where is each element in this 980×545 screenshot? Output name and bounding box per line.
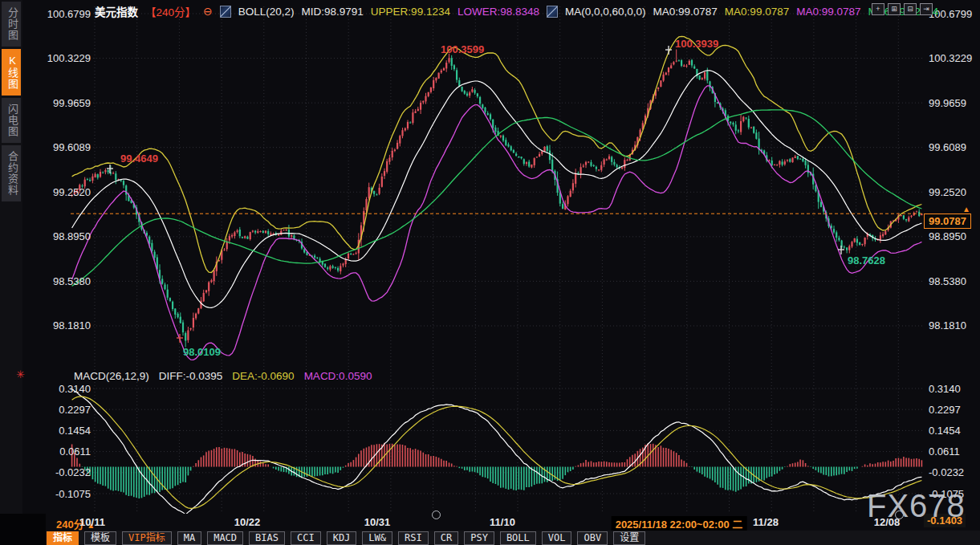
toolbar-button-CCI[interactable]: CCI (291, 531, 321, 545)
svg-text:99.9659: 99.9659 (53, 97, 91, 109)
shift-right-icon[interactable]: ⇥ (920, 3, 933, 15)
date-label: 10/31 (364, 516, 391, 528)
toolbar-button-MACD[interactable]: MACD (207, 531, 243, 545)
move-chart-icon[interactable]: + (872, 3, 884, 15)
svg-text:99.2520: 99.2520 (929, 186, 966, 198)
svg-text:98.1810: 98.1810 (53, 319, 91, 331)
svg-text:0.1454: 0.1454 (929, 425, 961, 437)
toolbar-button-CR[interactable]: CR (434, 531, 458, 545)
macd-dea-value: DEA:-0.0690 (232, 370, 294, 382)
svg-text:-0.0232: -0.0232 (929, 466, 964, 478)
toolbar-button-OBV[interactable]: OBV (577, 531, 608, 545)
svg-text:98.5380: 98.5380 (929, 275, 966, 287)
indicator-toolbar: 指标模板VIP指标MAMACDBIASCCIKDJLW&RSICRPSYBOLL… (0, 531, 980, 545)
date-label: 11/10 (490, 516, 515, 528)
ma0-magenta-value: MA0:99.0787 (796, 6, 860, 18)
price-annotation: 100.3939 (675, 38, 718, 50)
toolbar-button-VIP指标[interactable]: VIP指标 (122, 531, 172, 545)
svg-text:0.3140: 0.3140 (59, 383, 91, 395)
ma-chart-icon (547, 6, 558, 18)
chart-canvas[interactable]: 100.6799100.6799100.3229100.322999.96599… (0, 0, 980, 545)
price-annotation: 99.4649 (120, 153, 158, 165)
date-label: 10/11 (79, 516, 105, 528)
svg-text:0.0611: 0.0611 (929, 445, 960, 458)
svg-text:0.1454: 0.1454 (59, 425, 91, 437)
svg-text:0.2297: 0.2297 (929, 404, 961, 416)
svg-text:99.6089: 99.6089 (929, 141, 966, 153)
trading-app-window: 100.6799100.6799100.3229100.322999.96599… (0, 0, 980, 545)
boll-chart-icon (220, 6, 231, 18)
svg-text:-0.1075: -0.1075 (55, 488, 91, 500)
sidebar-tab-闪电图[interactable]: 闪电图 (2, 98, 21, 143)
toolbar-button-KDJ[interactable]: KDJ (327, 531, 357, 545)
sidebar-tab-K线图[interactable]: K线图 (2, 49, 21, 96)
toolbar-button-BIAS[interactable]: BIAS (249, 531, 285, 545)
macd-name: MACD(26,12,9) (74, 370, 149, 382)
svg-text:100.3229: 100.3229 (47, 52, 91, 64)
latest-price-tag: 99.0787 (924, 214, 971, 229)
sidebar: 分时图K线图闪电图合约资料 (0, 0, 22, 514)
toolbar-button-MA[interactable]: MA (177, 531, 201, 545)
sidebar-tab-分时图[interactable]: 分时图 (2, 2, 21, 47)
svg-text:100.6799: 100.6799 (47, 8, 91, 20)
fx678-watermark: FX678 (867, 488, 966, 524)
macd-header: MACD(26,12,9) DIFF:-0.0395 DEA:-0.0690 M… (74, 370, 372, 382)
svg-text:99.6089: 99.6089 (53, 141, 91, 153)
toolbar-button-模板[interactable]: 模板 (84, 531, 116, 545)
svg-text:0.2297: 0.2297 (59, 404, 91, 416)
toolbar-button-VOL[interactable]: VOL (542, 531, 572, 545)
toolbar-button-指标[interactable]: 指标 (47, 531, 79, 545)
svg-text:98.8950: 98.8950 (929, 230, 966, 242)
svg-text:98.1810: 98.1810 (929, 319, 966, 331)
date-label: 11/28 (753, 516, 779, 528)
footer-corner-block (0, 514, 46, 545)
splitter-handle-dot[interactable] (895, 510, 904, 519)
price-annotation: 98.0109 (183, 346, 221, 358)
ma0-white-value: MA0:99.0787 (653, 6, 718, 18)
chart-tool-icons: + ⊞ ⊟ ⇥ (872, 3, 933, 15)
toolbar-button-设置[interactable]: 设置 (613, 531, 645, 545)
scale-chart-icon[interactable]: ⊟ (904, 3, 917, 15)
symbol-name: 美元指数 (95, 3, 138, 19)
price-annotation: 98.7628 (848, 254, 885, 266)
svg-text:100.3229: 100.3229 (929, 52, 972, 64)
ma-group-label: MA(0,0,0,60,0,0) (565, 6, 646, 18)
macd-macd-value: MACD:0.0590 (304, 370, 372, 382)
splitter-handle-dot[interactable] (432, 510, 441, 519)
period-label: 【240分】 (145, 3, 196, 19)
chart-header: 美元指数 【240分】 ⊖ BOLL(20,2) MID:98.9791 UPP… (95, 3, 938, 19)
price-annotation: 100.3599 (441, 43, 484, 55)
sidebar-tab-合约资料[interactable]: 合约资料 (2, 145, 21, 201)
fit-chart-icon[interactable]: ⊞ (888, 3, 901, 15)
collapse-indicator-icon[interactable]: ⊖ (203, 5, 213, 18)
svg-text:98.5380: 98.5380 (53, 275, 91, 287)
svg-text:99.9659: 99.9659 (929, 97, 966, 109)
svg-text:98.8950: 98.8950 (53, 230, 91, 242)
boll-upper-value: UPPER:99.1234 (371, 6, 450, 18)
crosshair-date-label: 2025/11/18 22:00~02:00 二 (612, 516, 747, 531)
date-axis: 240分 ▲ 10/1110/2210/3111/102025/11/18 22… (0, 514, 980, 531)
toolbar-button-PSY[interactable]: PSY (464, 531, 494, 545)
svg-text:0.0611: 0.0611 (59, 445, 91, 458)
svg-text:99.2520: 99.2520 (53, 186, 91, 198)
boll-label: BOLL(20,2) (238, 6, 295, 18)
toolbar-button-LW&[interactable]: LW& (362, 531, 392, 545)
boll-mid-value: MID:98.9791 (302, 6, 364, 18)
ma0-yellow-value: MA0:99.0787 (725, 6, 789, 18)
toolbar-button-RSI[interactable]: RSI (398, 531, 429, 545)
macd-diff-value: DIFF:-0.0395 (159, 370, 223, 382)
boll-lower-value: LOWER:98.8348 (457, 6, 539, 18)
date-label: 10/22 (234, 516, 261, 528)
svg-text:-0.0232: -0.0232 (55, 466, 91, 478)
svg-text:0.3140: 0.3140 (929, 383, 961, 395)
indicator-starburst-icon[interactable]: ✳ (16, 368, 25, 380)
price-tag-arrow-icon: ▲ (962, 205, 970, 214)
toolbar-button-BOLL[interactable]: BOLL (500, 531, 536, 545)
